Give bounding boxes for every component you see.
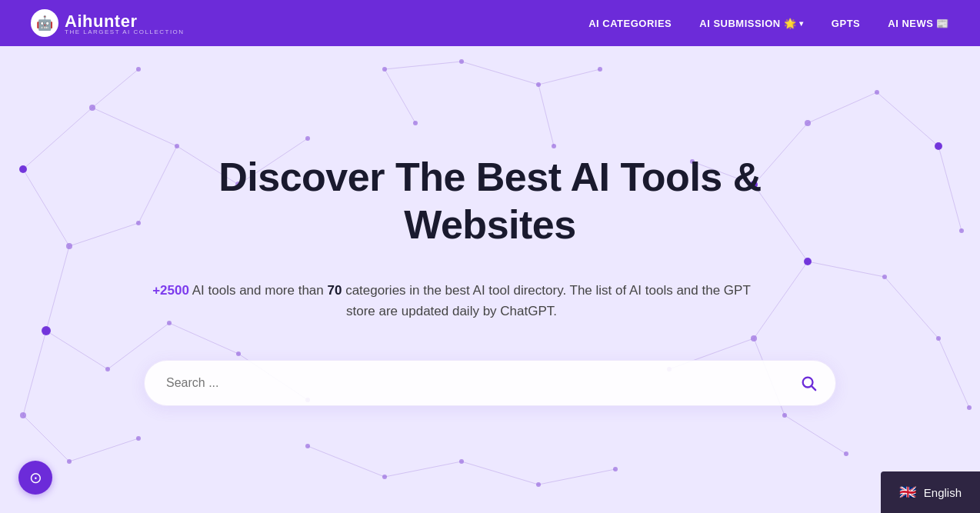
stat-tools: +2500 (152, 283, 189, 298)
svg-point-76 (305, 136, 310, 141)
language-flag: 🇬🇧 (899, 484, 916, 501)
svg-point-75 (613, 467, 618, 471)
language-selector[interactable]: 🇬🇧 English (881, 471, 980, 513)
svg-line-86 (812, 386, 815, 390)
svg-point-54 (875, 90, 879, 95)
svg-point-47 (105, 367, 110, 371)
search-input[interactable] (166, 376, 797, 390)
hero-subtitle: +2500 AI tools and more than 70 categori… (144, 280, 759, 321)
nav-links: AI CATEGORIES AI SUBMISSION 🌟 ▾ GPTS AI … (588, 18, 949, 29)
nav-ai-news[interactable]: AI NEWS 📰 (888, 18, 949, 29)
svg-point-60 (936, 336, 941, 341)
accessibility-icon: ⊙ (29, 468, 42, 487)
svg-point-63 (782, 413, 787, 418)
svg-point-84 (935, 142, 942, 150)
subtitle-mid: AI tools and more than (192, 283, 328, 298)
svg-point-53 (805, 120, 811, 126)
stat-categories: 70 (328, 283, 342, 298)
svg-point-51 (67, 459, 72, 464)
language-label: English (924, 486, 962, 499)
svg-point-56 (959, 228, 964, 233)
svg-point-81 (42, 326, 51, 335)
svg-point-73 (459, 459, 464, 464)
svg-point-74 (536, 482, 541, 487)
subtitle-end: categories in the best AI tool directory… (345, 283, 751, 318)
nav-ai-categories[interactable]: AI CATEGORIES (588, 18, 672, 29)
svg-point-72 (382, 475, 387, 479)
svg-point-71 (305, 444, 310, 448)
logo-icon: 🤖 (31, 9, 58, 37)
svg-point-65 (382, 67, 387, 72)
nav-ai-submission[interactable]: AI SUBMISSION 🌟 ▾ (699, 18, 804, 29)
svg-point-41 (66, 243, 72, 249)
svg-point-43 (175, 144, 179, 148)
hero-content: Discover The Best AI Tools & Websites +2… (144, 153, 836, 406)
accessibility-button[interactable]: ⊙ (18, 461, 52, 495)
svg-point-70 (552, 144, 556, 148)
logo-tagline: THE LARGEST AI COLLECTION (65, 28, 185, 35)
svg-point-61 (967, 405, 972, 410)
svg-point-44 (136, 67, 141, 72)
svg-point-59 (882, 275, 887, 279)
hero-section: Discover The Best AI Tools & Websites +2… (0, 46, 980, 513)
svg-point-42 (136, 221, 141, 225)
logo-text: Aihunter (65, 12, 137, 31)
svg-point-80 (19, 165, 27, 173)
nav-gpts[interactable]: GPTS (832, 18, 860, 29)
navbar: 🤖 Aihunter THE LARGEST AI COLLECTION AI … (0, 0, 980, 46)
hero-title: Discover The Best AI Tools & Websites (144, 153, 836, 249)
svg-point-68 (598, 67, 602, 72)
chevron-down-icon: ▾ (799, 19, 804, 28)
svg-point-69 (413, 121, 418, 125)
svg-point-50 (20, 412, 26, 418)
svg-point-66 (459, 59, 464, 64)
logo[interactable]: 🤖 Aihunter THE LARGEST AI COLLECTION (31, 9, 185, 37)
svg-point-64 (844, 451, 848, 456)
search-button[interactable] (797, 371, 820, 395)
svg-point-67 (536, 82, 541, 87)
svg-point-40 (89, 105, 95, 111)
svg-point-52 (136, 436, 141, 441)
search-bar (144, 360, 836, 406)
